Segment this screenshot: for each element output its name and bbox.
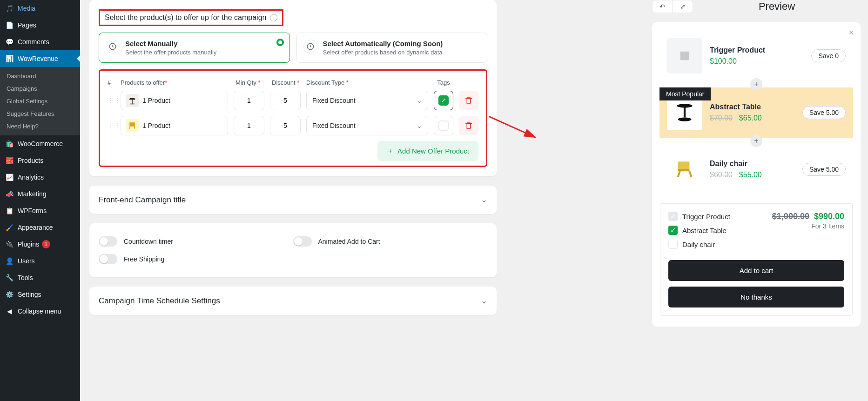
min-qty-input[interactable]	[234, 91, 264, 110]
tag-checkbox[interactable]	[434, 116, 453, 135]
product-selector[interactable]: 1 Product	[121, 116, 228, 135]
sidebar-item-wpforms[interactable]: 📋WPForms	[0, 202, 80, 219]
col-discount-type: Discount Type *	[306, 79, 428, 86]
admin-sidebar: 🎵Media 📄Pages 💬Comments 📊WowRevenue Dash…	[0, 0, 80, 334]
switch[interactable]	[99, 254, 117, 264]
total-new: $990.00	[814, 212, 844, 221]
option-auto-sub: Select offer products based on dynamic d…	[323, 49, 443, 56]
switch[interactable]	[293, 236, 312, 247]
add-offer-label: Add New Offer Product	[397, 147, 469, 155]
plus-icon: ＋	[387, 147, 394, 155]
preview-expand-button[interactable]: ⤢	[673, 0, 693, 13]
sidebar-item-tools[interactable]: 🔧Tools	[0, 269, 80, 286]
preview-summary: ✓Trigger Product ✓Abstract Table Daily c…	[659, 203, 853, 316]
item-name: Abstract Table	[710, 103, 795, 111]
plugins-icon: 🔌	[5, 240, 14, 249]
col-tags: Tags	[434, 79, 453, 86]
col-hash: #	[108, 79, 115, 86]
checkbox-empty	[438, 120, 449, 131]
sub-dashboard[interactable]: Dashboard	[0, 70, 80, 82]
list-label: Abstract Table	[682, 227, 727, 234]
item-new-price: $55.00	[739, 171, 762, 179]
item-old-price: $70.00	[710, 114, 733, 122]
sidebar-item-comments[interactable]: 💬Comments	[0, 33, 80, 50]
add-to-cart-button[interactable]: Add to cart	[668, 260, 844, 281]
sidebar-label: Plugins	[18, 241, 39, 248]
plus-separator-icon: +	[750, 135, 762, 147]
toggle-animated-cart: Animated Add to Cart	[293, 233, 488, 250]
chevron-down-icon: ⌄	[481, 296, 487, 306]
option-manual[interactable]: Select Manually Select the offer product…	[99, 33, 290, 63]
delete-row-button[interactable]	[459, 91, 478, 110]
checkbox-empty	[668, 240, 678, 249]
users-icon: 👤	[5, 256, 14, 266]
discount-input[interactable]	[270, 116, 301, 135]
sidebar-item-users[interactable]: 👤Users	[0, 253, 80, 269]
list-item: Daily chair	[668, 240, 730, 249]
no-thanks-button[interactable]: No thanks	[668, 287, 844, 307]
drag-handle-icon[interactable]: ⋮⋮	[108, 97, 115, 104]
sidebar-item-analytics[interactable]: 📈Analytics	[0, 169, 80, 186]
product-selector[interactable]: 1 Product	[121, 91, 228, 110]
discount-type-value: Fixed Discount	[312, 97, 356, 104]
sidebar-item-settings[interactable]: ⚙️Settings	[0, 286, 80, 303]
products-table-highlight: # Products to offer* Min Qty * Discount …	[99, 69, 487, 167]
sidebar-item-woocommerce[interactable]: 🛍️WooCommerce	[0, 135, 80, 152]
sub-suggest-features[interactable]: Suggest Features	[0, 107, 80, 120]
accordion-label: Front-end Campaign title	[99, 195, 186, 205]
sidebar-submenu: Dashboard Campaigns Global Settings Sugg…	[0, 67, 80, 135]
discount-type-value: Fixed Discount	[312, 122, 356, 129]
tag-checkbox[interactable]: ✓	[434, 91, 453, 110]
sidebar-label: Users	[18, 257, 35, 265]
item-new-price: $65.00	[739, 114, 762, 122]
settings-icon: ⚙️	[5, 290, 14, 299]
table-row: ⋮⋮ 1 Product Fixed Discount ⌄	[108, 116, 478, 135]
chevron-down-icon: ⌄	[481, 195, 487, 205]
option-auto[interactable]: Select Automatically (Coming Soon) Selec…	[296, 33, 488, 63]
undo-icon: ↶	[659, 3, 665, 10]
sub-campaigns[interactable]: Campaigns	[0, 82, 80, 95]
sidebar-item-media[interactable]: 🎵Media	[0, 0, 80, 17]
sidebar-item-products[interactable]: 🧱Products	[0, 152, 80, 169]
sidebar-label: Marketing	[18, 190, 46, 198]
info-icon[interactable]: i	[270, 14, 277, 21]
discount-type-select[interactable]: Fixed Discount ⌄	[306, 91, 428, 110]
collapse-menu[interactable]: ◀Collapse menu	[0, 303, 80, 320]
sidebar-item-marketing[interactable]: 📣Marketing	[0, 186, 80, 202]
preview-back-button[interactable]: ↶	[652, 0, 673, 13]
discount-input[interactable]	[270, 91, 301, 110]
sidebar-item-appearance[interactable]: 🖌️Appearance	[0, 219, 80, 236]
add-offer-product-button[interactable]: ＋ Add New Offer Product	[377, 141, 478, 161]
sidebar-label: Tools	[18, 274, 33, 281]
sub-need-help[interactable]: Need Help?	[0, 120, 80, 133]
discount-type-select[interactable]: Fixed Discount ⌄	[306, 116, 428, 135]
summary-checklist: ✓Trigger Product ✓Abstract Table Daily c…	[668, 212, 730, 254]
item-name: Daily chair	[710, 160, 795, 168]
delete-row-button[interactable]	[459, 116, 478, 135]
woo-icon: 🛍️	[5, 139, 14, 148]
wpforms-icon: 📋	[5, 206, 14, 215]
most-popular-badge: Most Popular	[659, 87, 711, 100]
appearance-icon: 🖌️	[5, 223, 14, 232]
min-qty-input[interactable]	[234, 116, 264, 135]
pages-icon: 📄	[5, 20, 14, 30]
total-for: For 3 Items	[772, 222, 844, 230]
preview-item: Daily chair $60.00 $55.00 Save 5.00	[659, 144, 853, 194]
preview-card: ✕ Trigger Product $100.00 Save 0 + Most …	[652, 22, 861, 327]
switch[interactable]	[99, 236, 117, 247]
sub-global-settings[interactable]: Global Settings	[0, 95, 80, 107]
sidebar-item-plugins[interactable]: 🔌Plugins1	[0, 236, 80, 253]
accordion-campaign-schedule[interactable]: Campaign Time Schedule Settings ⌄	[89, 287, 497, 315]
preview-trigger-item: Trigger Product $100.00 Save 0	[659, 31, 853, 81]
sidebar-item-wowrevenue[interactable]: 📊WowRevenue	[0, 50, 80, 67]
table-header: # Products to offer* Min Qty * Discount …	[108, 77, 478, 91]
list-label: Trigger Product	[682, 213, 730, 221]
collapse-label: Collapse menu	[18, 307, 61, 315]
drag-handle-icon[interactable]: ⋮⋮	[108, 122, 115, 129]
product-thumb-icon	[126, 119, 139, 132]
toggle-label: Countdown timer	[124, 238, 173, 245]
sidebar-item-pages[interactable]: 📄Pages	[0, 17, 80, 33]
accordion-frontend-title[interactable]: Front-end Campaign title ⌄	[89, 186, 497, 214]
sidebar-label: Settings	[18, 291, 41, 298]
preview-title: Preview	[693, 0, 861, 13]
